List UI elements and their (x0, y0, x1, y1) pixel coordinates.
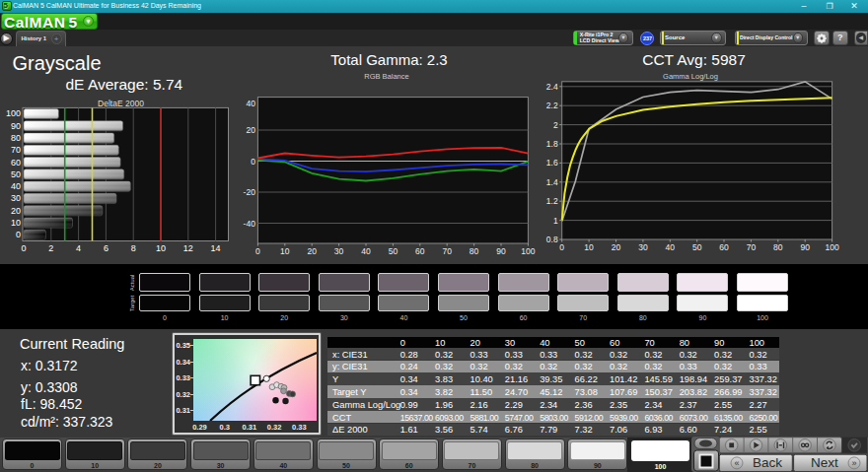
svg-text:10: 10 (584, 242, 594, 252)
svg-text:20: 20 (307, 246, 317, 256)
svg-text:Back: Back (753, 455, 782, 470)
svg-text:20: 20 (246, 125, 255, 135)
svg-text:10: 10 (11, 218, 21, 228)
svg-text:40: 40 (11, 181, 21, 191)
svg-text:70: 70 (11, 145, 21, 155)
svg-text:90: 90 (800, 242, 810, 252)
svg-text:90: 90 (496, 246, 506, 256)
svg-text:1.2: 1.2 (546, 196, 558, 206)
svg-text:14: 14 (211, 243, 221, 253)
svg-text:40: 40 (246, 99, 255, 108)
svg-text:10: 10 (280, 246, 290, 256)
svg-text:2.2: 2.2 (546, 101, 558, 110)
svg-text:0: 0 (251, 157, 255, 167)
svg-text:1: 1 (553, 216, 558, 226)
svg-text:-40: -40 (244, 219, 256, 229)
svg-text:0.8: 0.8 (546, 235, 558, 244)
svg-text:12: 12 (183, 243, 193, 253)
svg-text:100: 100 (826, 242, 839, 252)
svg-text:2.4: 2.4 (546, 82, 558, 92)
svg-text:20: 20 (612, 242, 621, 252)
svg-text:«: « (734, 458, 739, 468)
svg-text:90: 90 (11, 121, 21, 131)
svg-text:40: 40 (361, 246, 371, 256)
svg-text:80: 80 (470, 246, 479, 256)
svg-text:50: 50 (389, 246, 398, 256)
svg-text:»: » (851, 458, 856, 468)
svg-text:2: 2 (553, 120, 558, 130)
svg-text:20: 20 (11, 206, 21, 216)
svg-text:Next: Next (811, 455, 838, 470)
svg-text:60: 60 (11, 158, 21, 168)
svg-text:80: 80 (773, 242, 783, 252)
svg-text:-20: -20 (244, 187, 256, 197)
svg-text:70: 70 (442, 246, 452, 256)
svg-text:60: 60 (719, 242, 729, 252)
svg-text:2: 2 (48, 243, 53, 253)
svg-text:30: 30 (11, 193, 21, 203)
svg-text:0: 0 (16, 230, 21, 239)
svg-text:30: 30 (638, 242, 648, 252)
svg-text:40: 40 (666, 242, 676, 252)
svg-text:10: 10 (156, 243, 166, 253)
svg-text:100: 100 (521, 246, 535, 256)
svg-text:6: 6 (104, 243, 108, 253)
svg-text:60: 60 (415, 246, 425, 256)
svg-text:0: 0 (255, 246, 260, 256)
svg-text:1.8: 1.8 (546, 139, 558, 149)
svg-text:0: 0 (559, 242, 564, 252)
svg-text:70: 70 (747, 242, 757, 252)
svg-text:4: 4 (76, 243, 81, 253)
svg-text:8: 8 (131, 243, 136, 253)
svg-text:80: 80 (11, 133, 21, 143)
svg-text:0: 0 (21, 243, 26, 253)
svg-text:100: 100 (6, 108, 21, 118)
svg-text:1.6: 1.6 (546, 158, 558, 168)
svg-text:50: 50 (11, 169, 21, 179)
svg-text:DeltaE 2000: DeltaE 2000 (98, 99, 144, 108)
svg-text:1.4: 1.4 (546, 177, 558, 187)
svg-text:30: 30 (334, 246, 344, 256)
svg-text:50: 50 (692, 242, 702, 252)
